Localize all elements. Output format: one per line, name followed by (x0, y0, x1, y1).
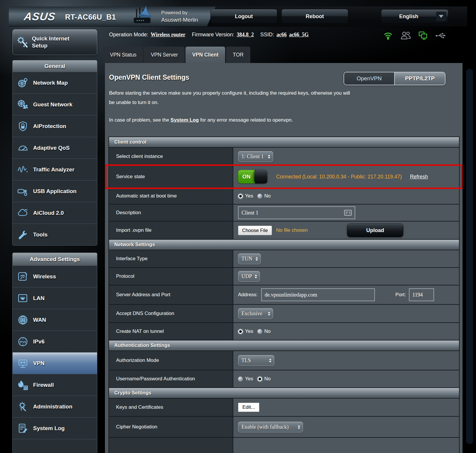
select-arrows-icon (269, 359, 271, 362)
sidebar-item-wireless[interactable]: Wireless (13, 266, 97, 287)
select-arrows-icon (298, 425, 300, 429)
vpn-tab-bar: VPN Status VPN Server VPN Client TOR (103, 47, 250, 63)
tab-tor[interactable]: TOR (226, 47, 250, 63)
row-import-ovpn: Import .ovpn file Choose File No file ch… (109, 221, 459, 239)
merlin-router-icon (127, 5, 159, 30)
choose-file-button[interactable]: Choose File (238, 226, 272, 235)
firmware-version-link[interactable]: 384.8_2 (237, 32, 254, 38)
quick-setup-icon (16, 34, 29, 50)
accept-dns-label: Accept DNS Configuration (109, 305, 233, 322)
nat-no-radio[interactable] (257, 329, 262, 334)
service-state-toggle[interactable]: ON (238, 170, 267, 183)
cipher-negotiation-select[interactable]: Enable (with fallback) (238, 422, 303, 432)
reboot-button[interactable]: Reboot (281, 9, 348, 24)
sidebar-item-partial[interactable] (13, 439, 97, 453)
userpass-no-radio[interactable] (257, 377, 262, 382)
refresh-link[interactable]: Refresh (410, 174, 428, 180)
userpass-yes-radio[interactable] (238, 377, 243, 382)
automatic-start-label: Automatic start at boot time (109, 188, 233, 204)
firewall-icon (16, 379, 29, 391)
row-select-client-instance: Select client instance 1: Client 1 (109, 147, 459, 165)
system-log-link[interactable]: System Log (171, 117, 199, 123)
protocol-label: Protocol (109, 268, 233, 285)
server-address-input[interactable]: de.vpnunlimitedapp.com (261, 288, 375, 301)
authorization-mode-label: Authorization Mode (109, 351, 233, 370)
logout-button[interactable]: Logout (210, 9, 277, 24)
crypto-settings-header: Crypto Settings (109, 387, 459, 398)
sidebar-item-usb-application[interactable]: USB Application (13, 180, 97, 202)
sidebar-item-administration[interactable]: Administration (13, 396, 97, 417)
pptp-type-button[interactable]: PPTP/L2TP (395, 72, 445, 85)
client-control-header: Client control (109, 137, 459, 147)
row-userpass-auth: Username/Password Authentication Yes No (109, 370, 459, 387)
tab-vpn-server[interactable]: VPN Server (144, 47, 184, 63)
sidebar-item-aiprotection[interactable]: AiProtection (13, 115, 97, 137)
status-icon-bar (383, 30, 447, 41)
sidebar-item-wan[interactable]: WAN (13, 309, 97, 331)
wan-icon (16, 314, 29, 326)
language-dropdown[interactable]: English (381, 9, 448, 23)
sidebar-item-traffic-analyzer[interactable]: Traffic Analyzer (13, 159, 97, 180)
authorization-mode-select[interactable]: TLS (238, 355, 274, 366)
sidebar-item-aicloud[interactable]: AiCloud 2.0 (13, 202, 97, 224)
sidebar-item-adaptive-qos[interactable]: Adaptive QoS (13, 137, 97, 159)
tab-vpn-status[interactable]: VPN Status (103, 47, 143, 63)
cipher-negotiation-label: Cipher Negotiation (109, 417, 233, 437)
description-input[interactable]: Client 1 (238, 206, 355, 219)
vpn-type-switch: OpenVPN PPTP/L2TP (344, 72, 446, 85)
sidebar-item-lan[interactable]: LAN (13, 287, 97, 309)
auto-start-no-radio[interactable] (257, 194, 262, 199)
no-file-chosen-text: No file chosen (276, 227, 308, 233)
input-assist-icon[interactable] (344, 210, 352, 216)
protocol-select[interactable]: UDP (238, 271, 260, 282)
row-automatic-start: Automatic start at boot time Yes No (109, 188, 459, 204)
usb-status-icon[interactable] (435, 32, 447, 40)
description-label: Description (109, 205, 233, 221)
usb-application-icon (16, 185, 29, 197)
interface-type-select[interactable]: TUN (238, 253, 261, 264)
operation-mode-link[interactable]: Wireless router (151, 32, 185, 38)
sidebar-item-tools[interactable]: Tools (13, 224, 97, 245)
sidebar-item-ipv6[interactable]: IPV6 IPv6 (13, 331, 97, 352)
sidebar-item-firewall[interactable]: Firewall (13, 374, 97, 396)
row-authorization-mode: Authorization Mode TLS (109, 350, 459, 370)
accept-dns-select[interactable]: Exclusive (238, 308, 273, 319)
import-ovpn-label: Import .ovpn file (109, 222, 233, 239)
ssid-24-link[interactable]: ac66 (276, 32, 287, 38)
clients-status-icon[interactable] (400, 31, 412, 41)
vpn-icon (16, 357, 29, 369)
upload-button[interactable]: Upload (347, 224, 403, 237)
row-create-nat: Create NAT on tunnel Yes No (109, 322, 459, 340)
firmware-name: Asuswrt-Merlin (161, 16, 198, 23)
edit-keys-button[interactable]: Edit... (238, 403, 259, 412)
system-log-icon (16, 422, 29, 435)
sidebar-item-network-map[interactable]: Network Map (13, 72, 97, 93)
server-port-input[interactable]: 1194 (409, 288, 434, 301)
quick-internet-setup-button[interactable]: Quick Internet Setup (12, 29, 97, 55)
ssid-label: SSID: (260, 32, 274, 38)
row-accept-dns: Accept DNS Configuration Exclusive (109, 304, 459, 322)
auto-start-yes-radio[interactable] (238, 194, 243, 199)
select-arrows-icon (268, 312, 270, 316)
traffic-analyzer-icon (16, 164, 29, 176)
ssid-5g-link[interactable]: ac66_5G (289, 32, 309, 38)
row-cipher-negotiation: Cipher Negotiation Enable (with fallback… (109, 416, 459, 437)
sidebar-item-vpn[interactable]: VPN (13, 352, 97, 374)
nat-yes-radio[interactable] (238, 329, 243, 334)
advanced-settings-header: Advanced Settings (13, 253, 97, 266)
sidebar-item-guest-network[interactable]: Guest Network (13, 93, 97, 115)
quick-internet-setup-label: Quick Internet Setup (32, 35, 82, 49)
sidebar-advanced-panel: Advanced Settings Wireless LAN (12, 253, 97, 453)
operation-mode-line: Operation Mode: Wireless router Firmware… (109, 32, 309, 38)
sidebar-item-system-log[interactable]: System Log (13, 417, 97, 439)
asus-logo: ASUS (23, 11, 56, 23)
tab-vpn-client[interactable]: VPN Client (186, 47, 225, 63)
client-instance-select[interactable]: 1: Client 1 (238, 151, 273, 162)
network-map-icon (16, 77, 29, 89)
row-description: Description Client 1 (109, 204, 459, 221)
devices-status-icon[interactable] (418, 31, 429, 41)
wifi-status-icon[interactable] (383, 30, 393, 41)
ipv6-icon: IPV6 (16, 336, 29, 348)
interface-type-label: Interface Type (109, 250, 233, 267)
openvpn-type-button[interactable]: OpenVPN (344, 72, 395, 85)
